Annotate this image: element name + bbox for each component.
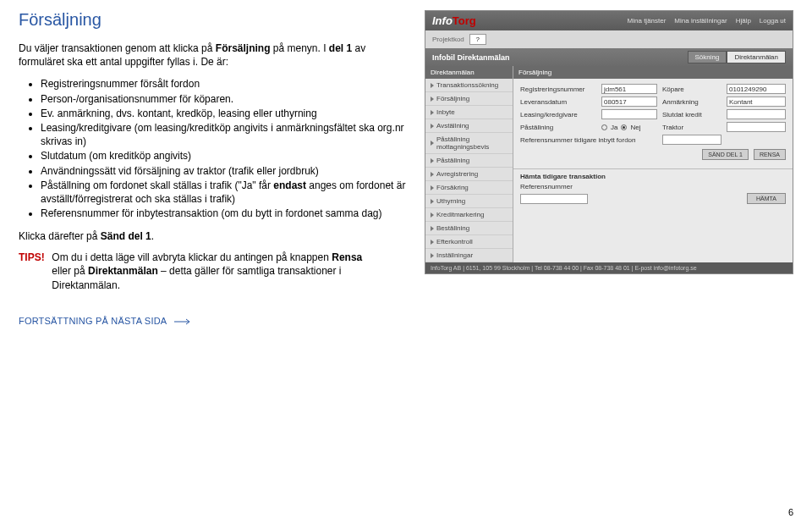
form-area: Registreringsnummer jdm561 Köpare 010124… — [513, 79, 793, 168]
chevron-right-icon — [431, 172, 434, 177]
page-number: 6 — [788, 507, 793, 517]
traktor-label: Traktor — [662, 124, 721, 131]
radio-nej-label: Nej — [630, 124, 640, 131]
refnr-inbytt-label: Referensnummer tidigare inbytt fordon — [520, 136, 657, 144]
leasing-label: Leasing/kredgivare — [520, 111, 596, 119]
chevron-right-icon — [431, 253, 434, 258]
top-nav: Mina tjänster Mina inställningar Hjälp L… — [628, 17, 786, 25]
chevron-right-icon — [431, 158, 434, 163]
intro-mid: på menyn. I — [270, 42, 328, 54]
subheader-title: Infobil Direktanmälan — [432, 53, 510, 62]
kopare-label: Köpare — [662, 85, 721, 93]
nav-mina-tjanster[interactable]: Mina tjänster — [628, 17, 667, 25]
sidebar-item-forsaljning[interactable]: Försäljning — [425, 92, 513, 106]
chevron-right-icon — [431, 240, 434, 245]
list-item: Referensnummer för inbytestransaktion (o… — [41, 207, 408, 220]
bullet-list: Registreringsnummer försålt fordon Perso… — [19, 77, 408, 220]
slutdat-input[interactable] — [727, 109, 786, 119]
leasing-input[interactable] — [601, 109, 657, 119]
app-window: InfoTorg Mina tjänster Mina inställninga… — [425, 10, 793, 274]
pastallning-radio-group: Ja Nej — [601, 124, 657, 131]
chevron-right-icon — [431, 97, 434, 102]
content-panel: Försäljning Registreringsnummer jdm561 K… — [513, 66, 793, 262]
project-row: Projektkod ? — [425, 30, 793, 48]
app-body: Direktanmälan Transaktionssökning Försäl… — [425, 66, 793, 262]
sidebar-item-avregistrering[interactable]: Avregistrering — [425, 168, 513, 181]
list-item: Användningssätt vid försäljning av trakt… — [41, 164, 408, 178]
form-button-row: SÄND DEL 1 RENSA — [520, 149, 786, 160]
sidebar-item-transaktionssokning[interactable]: Transaktionssökning — [425, 79, 513, 92]
refnr-inbytt-input[interactable] — [662, 135, 721, 145]
tips-body: Om du i detta läge vill avbryta klickar … — [52, 251, 373, 292]
chevron-right-icon — [431, 226, 434, 231]
leveransdatum-label: Leveransdatum — [520, 98, 596, 106]
hamta-button[interactable]: HÄMTA — [747, 193, 786, 204]
sidebar-item-bestallning[interactable]: Beställning — [425, 222, 513, 235]
hamta-tidigare-title: Hämta tidigare transaktion — [520, 173, 786, 180]
sidebar-heading: Direktanmälan — [425, 66, 513, 79]
sidebar-item-installningar[interactable]: Inställningar — [425, 249, 513, 262]
chevron-right-icon — [431, 199, 434, 204]
chevron-right-icon — [431, 185, 434, 190]
anmarkning-input[interactable]: Kontant — [727, 97, 786, 107]
list-item: Leasing/kreditgivare (om leasing/kreditk… — [41, 121, 408, 148]
slutdat-label: Slutdat kredit — [662, 111, 721, 119]
content-heading: Försäljning — [513, 66, 793, 79]
continue-label: FORTSÄTTNING PÅ NÄSTA SIDA — [19, 316, 167, 326]
nav-mina-installningar[interactable]: Mina inställningar — [674, 17, 727, 25]
chevron-right-icon — [431, 83, 434, 88]
sidebar-item-inbyte[interactable]: Inbyte — [425, 106, 513, 119]
refnr-input[interactable] — [520, 194, 588, 204]
sidebar-item-kreditmarkering[interactable]: Kreditmarkering — [425, 208, 513, 222]
subheader: Infobil Direktanmälan Sökning Direktanmä… — [425, 48, 793, 66]
arrow-right-icon — [174, 318, 193, 325]
intro-bold-1: Försäljning — [216, 42, 271, 54]
tips-label: TIPS! — [19, 251, 49, 264]
brand-logo: InfoTorg — [432, 14, 476, 27]
sidebar-item-forsakring[interactable]: Försäkring — [425, 181, 513, 195]
radio-ja[interactable] — [601, 124, 607, 130]
pastallning-label: Påställning — [520, 124, 596, 131]
nav-hjalp[interactable]: Hjälp — [736, 17, 751, 25]
list-item: Person-/organisationsnummer för köparen. — [41, 92, 408, 106]
list-item: Registreringsnummer försålt fordon — [41, 77, 408, 91]
regnr-input[interactable]: jdm561 — [601, 84, 657, 94]
projektkod-label: Projektkod — [432, 36, 464, 43]
leveransdatum-input[interactable]: 080517 — [601, 97, 657, 107]
sidebar-item-pastallning[interactable]: Påställning — [425, 154, 513, 168]
regnr-label: Registreringsnummer — [520, 85, 596, 93]
tab-direktanmalan[interactable]: Direktanmälan — [727, 51, 786, 63]
refnr-label: Referensnummer — [520, 183, 786, 190]
subheader-tabs: Sökning Direktanmälan — [688, 51, 787, 63]
chevron-right-icon — [431, 110, 434, 115]
continue-next-page: FORTSÄTTNING PÅ NÄSTA SIDA — [19, 316, 408, 326]
list-item: Slutdatum (om kreditköp angivits) — [41, 149, 408, 163]
send-del1-button[interactable]: SÄND DEL 1 — [702, 149, 749, 160]
projektkod-value[interactable]: ? — [469, 34, 486, 45]
traktor-input[interactable] — [727, 122, 786, 132]
chevron-right-icon — [431, 124, 434, 129]
rensa-button[interactable]: RENSA — [754, 149, 786, 160]
tab-sokning[interactable]: Sökning — [688, 51, 727, 63]
list-item: Ev. anmärkning, dvs. kontant, kredköp, l… — [41, 107, 408, 120]
chevron-right-icon — [431, 212, 434, 218]
sidebar-item-pastallning-mottagningsbevis[interactable]: Påställning mottagningsbevis — [425, 133, 513, 154]
sidebar: Direktanmälan Transaktionssökning Försäl… — [425, 66, 513, 262]
radio-nej[interactable] — [621, 124, 627, 130]
hamta-tidigare-section: Hämta tidigare transaktion Referensnumme… — [513, 168, 793, 211]
app-footer: InfoTorg AB | 6151, 105 99 Stockholm | T… — [425, 262, 793, 273]
nav-logga-ut[interactable]: Logga ut — [760, 17, 786, 25]
brand-torg: Torg — [453, 14, 476, 27]
intro-paragraph: Du väljer transaktionen genom att klicka… — [19, 41, 408, 69]
intro-pre: Du väljer transaktionen genom att klicka… — [19, 42, 216, 54]
chevron-right-icon — [431, 141, 434, 146]
intro-bold-2: del 1 — [329, 42, 352, 54]
sidebar-item-uthyrning[interactable]: Uthyrning — [425, 195, 513, 208]
page-title: Försäljning — [19, 10, 408, 30]
radio-ja-label: Ja — [611, 124, 617, 131]
tips-paragraph: TIPS! Om du i detta läge vill avbryta kl… — [19, 251, 408, 292]
sidebar-item-avstallning[interactable]: Avställning — [425, 119, 513, 133]
brand-info: Info — [432, 14, 453, 27]
sidebar-item-efterkontroll[interactable]: Efterkontroll — [425, 235, 513, 249]
kopare-input[interactable]: 0101249290 — [727, 84, 786, 94]
